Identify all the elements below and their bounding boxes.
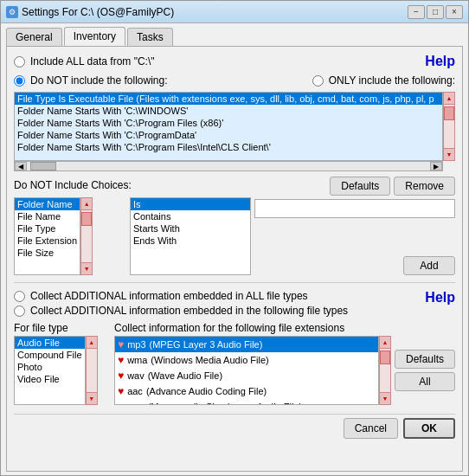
help-link-1[interactable]: Help (425, 54, 455, 69)
bottom-buttons: Cancel OK (14, 414, 455, 439)
folder-scroll-up[interactable]: ▲ (81, 198, 92, 210)
ext-scroll-down[interactable]: ▼ (380, 392, 390, 404)
ext-desc-4: (Macromedia Shockwave Audio File) (148, 402, 303, 405)
h-scroll-container: ◀ ▶ (14, 161, 455, 171)
tab-inventory[interactable]: Inventory (64, 27, 125, 46)
folder-choices-listbox[interactable]: Folder Name File Name File Type File Ext… (14, 197, 80, 275)
exclusion-item-3[interactable]: Folder Name Starts With 'C:\ProgramData' (15, 129, 442, 141)
h-scroll-track (27, 162, 430, 170)
additional-radios: Collect ADDITIONAL information embedded … (14, 290, 425, 317)
ext-item-3[interactable]: ♥ aac (Advance Audio Coding File) (115, 383, 378, 399)
extensions-listbox[interactable]: ♥ mp3 (MPEG Layer 3 Audio File) ♥ wma (W… (114, 336, 379, 405)
file-type-0[interactable]: Audio File (15, 337, 85, 349)
minimize-button[interactable]: − (408, 5, 425, 19)
folder-choice-0[interactable]: Folder Name (15, 198, 80, 210)
folder-choice-3[interactable]: File Extension (15, 235, 80, 247)
folder-choices-wrapper: Folder Name File Name File Type File Ext… (14, 197, 126, 275)
exclusion-scroll-track (444, 105, 454, 148)
condition-2[interactable]: Starts With (131, 222, 250, 235)
add-button[interactable]: Add (403, 256, 455, 275)
ext-item-1[interactable]: ♥ wma (Windows Media Audio File) (115, 352, 378, 368)
folder-scroll-thumb (81, 212, 92, 226)
exclude-label: Do NOT include the following: (30, 74, 168, 87)
only-label: ONLY include the following: (329, 74, 455, 87)
tab-tasks[interactable]: Tasks (127, 28, 173, 46)
ext-item-2[interactable]: ♥ wav (Wave Audio File) (115, 368, 378, 383)
folder-scroll-down[interactable]: ▼ (81, 262, 92, 274)
following-types-radio-row: Collect ADDITIONAL information embedded … (14, 305, 425, 317)
title-bar-left: ⚙ Settings For C:\ (OS@FamilyPC) (6, 6, 174, 18)
exclude-radio-row: Do NOT include the following: (14, 74, 168, 87)
ok-button[interactable]: OK (403, 418, 455, 439)
ext-0: mp3 (127, 339, 145, 350)
folder-choice-4[interactable]: File Size (15, 247, 80, 259)
ext-1: wma (127, 355, 147, 365)
collect-label: Collect information for the following fi… (114, 322, 455, 334)
ext-item-4[interactable]: ♥ swa (Macromedia Shockwave Audio File) (115, 399, 378, 405)
ext-scroll-thumb (380, 351, 390, 364)
cancel-button[interactable]: Cancel (344, 418, 398, 439)
defaults-button-2[interactable]: Defaults (395, 350, 455, 369)
all-types-radio[interactable] (14, 291, 25, 302)
file-type-1[interactable]: Compound File (15, 349, 85, 361)
tab-general[interactable]: General (6, 28, 62, 46)
extensions-list-wrapper: ♥ mp3 (MPEG Layer 3 Audio File) ♥ wma (W… (114, 336, 455, 405)
settings-icon: ⚙ (6, 6, 18, 18)
folder-choice-1[interactable]: File Name (15, 210, 80, 222)
exclusion-list-container: File Type Is Executable File (Files with… (14, 92, 455, 171)
extensions-panel: Collect information for the following fi… (114, 322, 455, 405)
following-types-label: Collect ADDITIONAL information embedded … (30, 305, 348, 317)
file-types-scroll-down[interactable]: ▼ (87, 392, 97, 404)
folder-scrollbar: ▲ ▼ (80, 197, 93, 275)
add-button-container: Add (254, 253, 455, 275)
file-type-3[interactable]: Video File (15, 373, 85, 385)
folder-scroll-track (81, 210, 92, 262)
condition-3[interactable]: Ends With (131, 235, 250, 247)
choices-panels: Folder Name File Name File Type File Ext… (14, 197, 455, 275)
folder-choice-2[interactable]: File Type (15, 222, 80, 235)
defaults-button-1[interactable]: Defaults (330, 177, 390, 196)
exclusion-item-4[interactable]: Folder Name Starts With 'C:\Program File… (15, 141, 442, 153)
additional-section: Collect ADDITIONAL information embedded … (14, 290, 455, 317)
choices-label: Do NOT Include Choices: (14, 179, 132, 191)
exclude-radio[interactable] (14, 75, 25, 87)
condition-1[interactable]: Contains (131, 210, 250, 222)
file-type-2[interactable]: Photo (15, 361, 85, 373)
settings-window: ⚙ Settings For C:\ (OS@FamilyPC) − □ × G… (0, 0, 469, 476)
exclusion-item-0[interactable]: File Type Is Executable File (Files with… (15, 93, 442, 105)
ext-desc-2: (Wave Audio File) (148, 370, 222, 381)
value-input[interactable] (254, 199, 455, 218)
h-scroll-right[interactable]: ▶ (430, 162, 442, 170)
condition-0[interactable]: Is (131, 198, 250, 210)
remove-button[interactable]: Remove (394, 177, 455, 196)
include-all-radio-row: Include ALL data from "C:\" (14, 55, 154, 68)
exclusion-scroll-down[interactable]: ▼ (444, 148, 454, 160)
window-title: Settings For C:\ (OS@FamilyPC) (22, 6, 174, 18)
condition-listbox[interactable]: Is Contains Starts With Ends With (130, 197, 251, 275)
content-area: General Inventory Tasks Include ALL data… (1, 23, 468, 475)
exclusion-listbox[interactable]: File Type Is Executable File (Files with… (14, 92, 443, 161)
close-button[interactable]: × (446, 5, 463, 19)
ext-action-buttons: Defaults All (395, 336, 455, 405)
exclusion-scroll-up[interactable]: ▲ (444, 93, 454, 105)
include-all-radio[interactable] (14, 56, 25, 68)
help-link-2[interactable]: Help (425, 290, 455, 306)
ext-scroll-up[interactable]: ▲ (380, 337, 390, 349)
all-button[interactable]: All (395, 372, 455, 391)
only-radio[interactable] (312, 75, 324, 87)
file-types-scroll-up[interactable]: ▲ (87, 337, 97, 349)
ext-3: aac (127, 386, 143, 396)
ext-item-0[interactable]: ♥ mp3 (MPEG Layer 3 Audio File) (115, 337, 378, 352)
following-types-radio[interactable] (14, 306, 25, 317)
exclusion-h-scroll[interactable]: ◀ ▶ (14, 161, 443, 171)
exclusion-item-1[interactable]: Folder Name Starts With 'C:\WINDOWS' (15, 105, 442, 117)
all-types-radio-row: Collect ADDITIONAL information embedded … (14, 290, 425, 302)
title-buttons: − □ × (408, 5, 463, 19)
divider-1 (14, 282, 455, 283)
exclusion-item-2[interactable]: Folder Name Starts With 'C:\Program File… (15, 117, 442, 129)
maximize-button[interactable]: □ (427, 5, 444, 19)
h-scroll-left[interactable]: ◀ (15, 162, 27, 170)
all-types-label: Collect ADDITIONAL information embedded … (30, 290, 308, 302)
only-radio-row: ONLY include the following: (312, 74, 455, 87)
file-types-listbox[interactable]: Audio File Compound File Photo Video Fil… (14, 336, 86, 405)
